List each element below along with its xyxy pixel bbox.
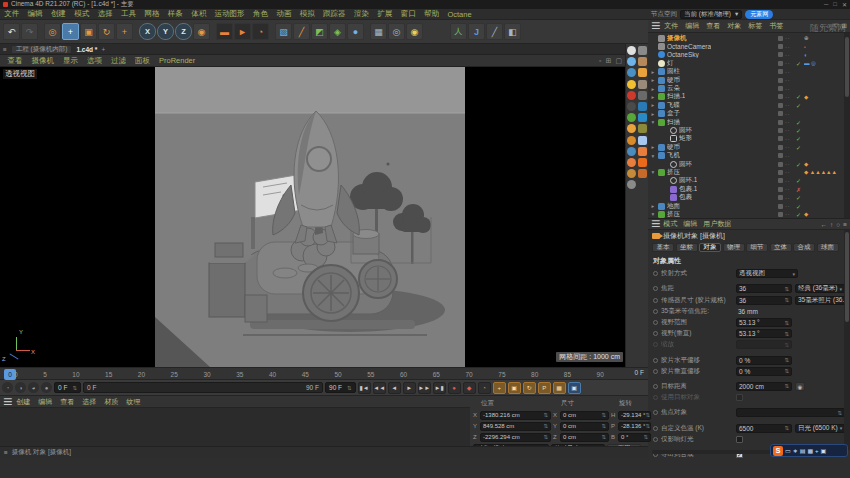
- layer-chip[interactable]: [778, 170, 783, 175]
- plugin-icon[interactable]: [638, 113, 647, 122]
- layer-chip[interactable]: [778, 136, 783, 141]
- sogou-tool-icon[interactable]: ▦: [807, 447, 813, 454]
- object-label[interactable]: 矩形: [679, 134, 692, 143]
- toolbar-icon[interactable]: ▣: [80, 23, 97, 40]
- toolbar-icon[interactable]: +: [62, 23, 79, 40]
- sogou-tool-icon[interactable]: ▣: [821, 447, 827, 454]
- menu-item[interactable]: 选择: [94, 9, 117, 19]
- attribute-hscrollbar[interactable]: [652, 450, 772, 454]
- expand-icon[interactable]: ▾: [650, 119, 656, 125]
- expand-icon[interactable]: ▸: [650, 77, 656, 83]
- anim-dot-icon[interactable]: [653, 369, 658, 374]
- node-space-dropdown[interactable]: 当前 (标准/物理)▾: [680, 10, 742, 19]
- add-tab-button[interactable]: +: [101, 46, 105, 53]
- expand-icon[interactable]: ▸: [650, 94, 656, 100]
- anim-dot-icon[interactable]: [653, 271, 658, 276]
- plugin-icon[interactable]: [627, 147, 636, 156]
- attribute-row[interactable]: 焦距 36⇅ 36 经典 (36毫米)▾ ◉: [653, 284, 845, 294]
- enable-state-icon[interactable]: ✓: [795, 93, 802, 100]
- plugin-icon[interactable]: [638, 91, 647, 100]
- object-manager-tool-icon[interactable]: ▽: [834, 22, 839, 30]
- attribute-row[interactable]: 胶片垂直偏移 0 %⇅ 0 % ▾ ◉: [653, 367, 845, 377]
- pos-x-field[interactable]: -1380.216 cm⇅: [480, 411, 551, 420]
- toolbar-icon[interactable]: ◉: [193, 23, 210, 40]
- playback-button[interactable]: ◄: [388, 382, 401, 394]
- value-field[interactable]: 36⇅: [736, 296, 792, 305]
- object-label[interactable]: 圆环: [679, 160, 692, 169]
- enable-state-icon[interactable]: ✓: [795, 177, 802, 184]
- enable-state-icon[interactable]: ✓: [795, 203, 802, 210]
- layer-chip[interactable]: [778, 178, 783, 183]
- menu-item[interactable]: 动画: [272, 9, 295, 19]
- layer-chip[interactable]: [778, 103, 783, 108]
- value-field[interactable]: ⇅: [736, 340, 792, 349]
- toolbar-icon[interactable]: ►: [234, 23, 251, 40]
- object-label[interactable]: 摄像机: [667, 34, 687, 43]
- visibility-dots[interactable]: ··: [785, 60, 793, 66]
- toolbar-icon[interactable]: J: [468, 23, 485, 40]
- object-manager-menu-item[interactable]: 编辑: [682, 21, 702, 31]
- playback-button[interactable]: ►►: [418, 382, 431, 394]
- sogou-tool-icon[interactable]: +: [815, 448, 819, 454]
- layer-chip[interactable]: [778, 162, 783, 167]
- viewport-menu-item[interactable]: 选项: [83, 56, 107, 66]
- viewport-menu-item[interactable]: 显示: [59, 56, 83, 66]
- toolbar-icon[interactable]: +: [116, 23, 133, 40]
- material-menu-item[interactable]: 纹理: [122, 397, 144, 407]
- key-mode-icon[interactable]: ◑: [15, 382, 26, 393]
- object-row[interactable]: OctaneSky ·· ◐: [648, 51, 850, 59]
- value-field[interactable]: 36⇅: [736, 284, 792, 293]
- sogou-tool-icon[interactable]: ∗: [793, 447, 798, 454]
- close-button[interactable]: ✕: [842, 1, 847, 8]
- attribute-tab[interactable]: 立体: [770, 243, 792, 253]
- dropdown[interactable]: 透视视图▾: [736, 269, 798, 278]
- attribute-nav-icon[interactable]: ↑: [830, 221, 833, 228]
- expand-icon[interactable]: ▸: [650, 111, 656, 117]
- anim-dot-icon[interactable]: [653, 309, 658, 314]
- attribute-nav-icon[interactable]: ←: [821, 221, 828, 228]
- panel-menu-icon[interactable]: ≡: [4, 449, 8, 456]
- layer-chip[interactable]: [778, 195, 783, 200]
- attribute-nav-icon[interactable]: ○: [836, 221, 840, 228]
- menu-item[interactable]: 帮助: [420, 9, 443, 19]
- layer-chip[interactable]: [778, 78, 783, 83]
- attribute-row[interactable]: 视野范围 53.13 °⇅ 53.13 ° ▾ ◉: [653, 318, 845, 328]
- enable-state-icon[interactable]: ✓: [795, 161, 802, 168]
- toolbar-icon[interactable]: ↶: [3, 23, 20, 40]
- toolbar-icon[interactable]: ●: [347, 23, 364, 40]
- picker-button[interactable]: ◉: [795, 382, 805, 391]
- attribute-row[interactable]: 仅影响灯光 ⇅ ▾ ◉: [653, 434, 845, 444]
- enable-state-icon[interactable]: ✓: [795, 102, 802, 109]
- sogou-tool-icon[interactable]: ▤: [800, 447, 806, 454]
- plugin-icon[interactable]: [638, 169, 647, 178]
- object-row[interactable]: OctaneCamera ·· ▪: [648, 42, 850, 50]
- plugin-icon[interactable]: [627, 124, 636, 133]
- menu-item[interactable]: 运动图形: [210, 9, 248, 19]
- enable-state-icon[interactable]: ✓: [795, 135, 802, 142]
- viewport-corner-icon[interactable]: ▫: [599, 57, 601, 65]
- attribute-tab[interactable]: 合成: [793, 243, 815, 253]
- viewport-menu-item[interactable]: 过滤: [107, 56, 131, 66]
- record-button[interactable]: ◆: [463, 382, 476, 394]
- toolbar-icon[interactable]: ◧: [504, 23, 521, 40]
- object-manager-menu-item[interactable]: 文件: [661, 21, 681, 31]
- attribute-row[interactable]: 投射方式 ⇅ 透视视图▾ ◉: [653, 269, 845, 279]
- visibility-dots[interactable]: ··: [785, 136, 793, 142]
- attribute-scrollbar[interactable]: [844, 230, 850, 450]
- visibility-dots[interactable]: ··: [785, 102, 793, 108]
- anim-dot-icon[interactable]: [653, 342, 658, 347]
- visibility-dots[interactable]: ··: [785, 211, 793, 217]
- viewport[interactable]: 透视视图: [0, 67, 625, 367]
- toolbar-icon[interactable]: [211, 23, 215, 40]
- plugin-icon[interactable]: [627, 136, 636, 145]
- plugin-icon[interactable]: [627, 46, 636, 55]
- object-manager-menu-item[interactable]: 书签: [766, 21, 786, 31]
- toolbar-icon[interactable]: ╱: [293, 23, 310, 40]
- layer-chip[interactable]: [778, 128, 783, 133]
- current-frame-field[interactable]: 0 F⇅: [54, 382, 81, 393]
- anim-dot-icon[interactable]: [653, 395, 658, 400]
- attribute-row[interactable]: 胶片水平偏移 0 %⇅ 0 % ▾ ◉: [653, 355, 845, 365]
- rot-p-field[interactable]: -28.136 °⇅: [618, 422, 651, 431]
- layer-chip[interactable]: [778, 153, 783, 158]
- menu-item[interactable]: 模拟: [296, 9, 319, 19]
